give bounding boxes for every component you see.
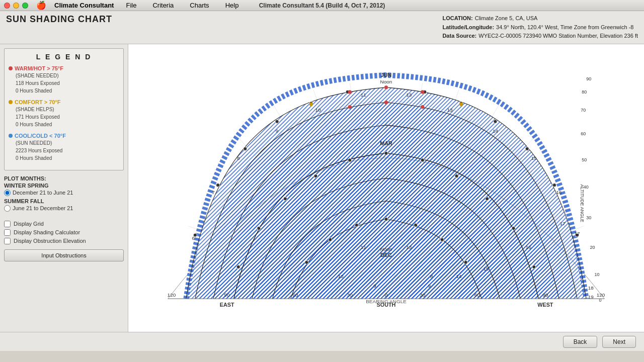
winter-spring-group: WINTER SPRING December 21 to June 21 <box>4 183 124 196</box>
cool-label: COOL/COLD < 70°F <box>15 133 66 139</box>
display-grid-checkbox[interactable] <box>4 221 11 227</box>
hour-17-dec: 17 <box>560 221 566 226</box>
radio-option2[interactable]: June 21 to December 21 <box>4 205 124 212</box>
alt-60: 60 <box>581 131 586 136</box>
hour-7-label: 7 <box>212 190 215 195</box>
display-shading-label: Display Shading Calculator <box>14 229 80 235</box>
bottom-bar: Back Next <box>0 332 644 351</box>
svg-point-24 <box>525 147 529 150</box>
west-label: WEST <box>537 302 553 308</box>
menu-help[interactable]: Help <box>221 1 243 10</box>
hour-10-inner2: 8 <box>430 274 433 279</box>
mar-label: MAR <box>380 140 392 146</box>
menu-criteria[interactable]: Criteria <box>148 1 178 10</box>
hour-8-label: 8 <box>237 155 240 161</box>
chart-area: JUN Noon MAR Noon DEC 6 7 8 9 10 11 11 1… <box>128 44 644 332</box>
input-obstructions-button[interactable]: Input Obstructions <box>4 249 124 261</box>
comfort-sub1: (SHADE HELPS) <box>16 107 54 112</box>
main-content: SUN SHADING CHART LOCATION: Climate Zone… <box>0 11 644 351</box>
menu-charts[interactable]: Charts <box>186 1 213 10</box>
warm-sub1: (SHADE NEEDED) <box>16 73 59 78</box>
legend-item-cool: COOL/COLD < 70°F (SUN NEEDED) 2223 Hours… <box>9 132 119 162</box>
display-shading-checkbox[interactable] <box>4 229 11 236</box>
alt-90: 90 <box>586 76 591 81</box>
comfort-sub3: 0 Hours Shaded <box>16 122 52 127</box>
maximize-button[interactable] <box>22 3 28 9</box>
window-controls[interactable] <box>4 3 28 9</box>
radio-option1[interactable]: December 21 to June 21 <box>4 190 124 196</box>
svg-point-47 <box>384 85 388 89</box>
alt-10: 10 <box>594 272 599 277</box>
svg-point-22 <box>494 120 497 123</box>
warm-sub2: 118 Hours Exposed <box>16 80 60 86</box>
svg-point-48 <box>348 90 352 94</box>
warm-sub3: 0 Hours Shaded <box>16 88 52 94</box>
comfort-dot-icon <box>9 100 13 104</box>
apple-logo-icon: 🍎 <box>36 1 46 10</box>
svg-point-43 <box>329 238 332 241</box>
svg-point-23 <box>244 147 247 150</box>
hour-11-inner: 9 <box>373 283 376 288</box>
svg-point-36 <box>257 226 261 230</box>
altitude-angle-label: ALTITUDE ANGLE <box>580 184 585 222</box>
svg-point-51 <box>459 102 463 106</box>
comfort-sub: (SHADE HELPS) 171 Hours Exposed 0 Hours … <box>16 106 119 128</box>
jun-noon-label: Noon <box>380 79 392 84</box>
legend-item-warm: WARM/HOT > 75°F (SHADE NEEDED) 118 Hours… <box>9 65 119 95</box>
bearing-60w: 60 <box>474 292 480 297</box>
alt-80: 80 <box>582 89 587 94</box>
cool-sub: (SUN NEEDED) 2223 Hours Exposed 0 Hours … <box>16 139 119 162</box>
display-obstruction-row[interactable]: Display Obstruction Elevation <box>4 238 124 244</box>
lat-lon-value: 34.9° North, 120.4° West, Time Zone from… <box>496 23 633 32</box>
close-button[interactable] <box>4 3 10 9</box>
minimize-button[interactable] <box>13 3 19 9</box>
radio-dec-to-jun[interactable] <box>4 190 11 196</box>
bearing-120w: 120 <box>597 292 605 297</box>
plot-months: PLOT MONTHS: WINTER SPRING December 21 t… <box>4 173 124 216</box>
hour-6-label: 6 <box>192 235 195 240</box>
display-shading-row[interactable]: Display Shading Calculator <box>4 229 124 236</box>
hour-18-label: 18 <box>588 285 594 291</box>
svg-point-42 <box>414 223 418 227</box>
hour-14-dec: 14 <box>456 274 462 279</box>
svg-point-53 <box>348 105 352 109</box>
window-title: Climate Consultant 5.4 (Build 4, Oct 7, … <box>259 2 385 9</box>
jun-label: JUN <box>381 72 392 78</box>
app-name: Climate Consultant <box>54 2 114 9</box>
svg-point-32 <box>314 174 317 177</box>
svg-point-40 <box>384 217 388 221</box>
alt-30: 30 <box>586 215 591 220</box>
checkboxes: Display Grid Display Shading Calculator … <box>4 219 124 246</box>
hour-13-label: 13 <box>447 107 453 113</box>
location-value: Climate Zone 5, CA, USA <box>475 14 538 23</box>
menu-file[interactable]: File <box>122 1 140 10</box>
alt-50: 50 <box>582 157 587 162</box>
display-obstruction-checkbox[interactable] <box>4 238 11 244</box>
dec-label: DEC <box>380 252 392 258</box>
legend-title: L E G E N D <box>9 53 119 61</box>
hour-10-inner: 10 <box>338 274 344 279</box>
svg-point-25 <box>216 183 219 187</box>
svg-point-33 <box>455 174 458 177</box>
svg-point-31 <box>421 158 424 162</box>
svg-point-52 <box>384 101 388 104</box>
location-label: LOCATION: <box>442 14 472 23</box>
cool-sub2: 2223 Hours Exposed <box>16 148 62 153</box>
svg-point-41 <box>355 223 358 227</box>
left-panel: L E G E N D WARM/HOT > 75°F (SHADE NEEDE… <box>0 44 128 332</box>
back-button[interactable]: Back <box>563 336 598 348</box>
bearing-90w: 90 <box>542 292 548 297</box>
bearing-120e: 120 <box>168 292 176 297</box>
svg-point-35 <box>486 197 489 200</box>
alt-70: 70 <box>581 108 586 113</box>
plot-months-title: PLOT MONTHS: <box>4 175 124 182</box>
hour-15-label: 15 <box>531 155 537 161</box>
svg-point-49 <box>421 90 424 94</box>
legend-box: L E G E N D WARM/HOT > 75°F (SHADE NEEDE… <box>4 48 124 170</box>
bearing-60e: 60 <box>292 292 298 297</box>
display-grid-row[interactable]: Display Grid <box>4 221 124 227</box>
sun-path-chart: JUN Noon MAR Noon DEC 6 7 8 9 10 11 11 1… <box>128 44 644 308</box>
next-button[interactable]: Next <box>602 336 636 348</box>
hour-9-label: 9 <box>276 128 279 134</box>
radio-jun-to-dec[interactable] <box>4 205 11 212</box>
